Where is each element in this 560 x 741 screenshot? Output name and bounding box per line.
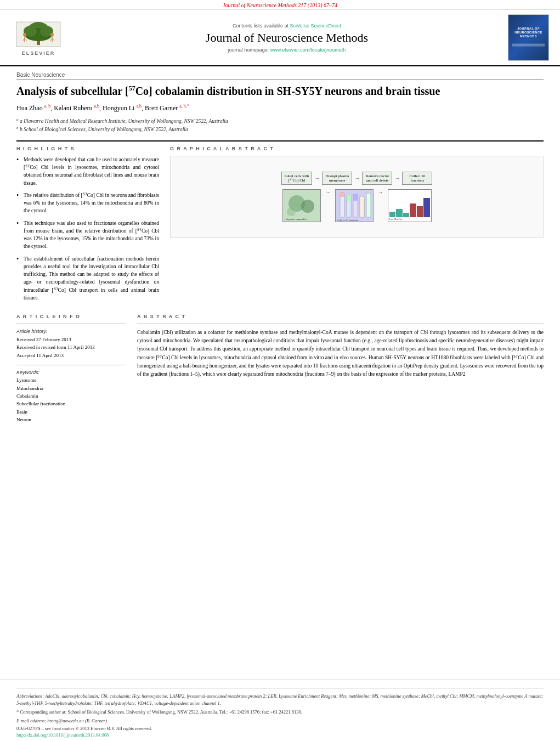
journal-homepage: journal homepage: www.elsevier.com/locat… <box>71 47 502 53</box>
keyword-2: Mitochondria <box>16 384 126 392</box>
ga-inner: Label cells with[⁵⁷Co] Cbl → Disrupt pla… <box>175 172 539 222</box>
ga-step-4: Collect 10fractions <box>402 172 432 185</box>
graphical-abstract-header: G R A P H I C A L A B S T R A C T <box>170 146 544 151</box>
highlights-abstract-section: H I G H L I G H T S Methods were develop… <box>16 146 544 306</box>
ga-bar-5 <box>417 206 423 217</box>
ga-microscopy-image: Separate organelles <box>282 189 321 222</box>
authors-line: Hua Zhao a, b, Kalani Ruberu a,b, Hongyu… <box>16 104 544 112</box>
elsevier-label: ELSEVIER <box>22 50 55 56</box>
keywords-section: Keywords: Lysosome Mitochondria Cobalami… <box>16 370 126 423</box>
ga-step-1: Label cells with[⁵⁷Co] Cbl <box>281 172 313 185</box>
svg-rect-24 <box>366 193 371 217</box>
revised-date: Received in revised form 11 April 2013 <box>16 343 126 351</box>
graphical-abstract-column: G R A P H I C A L A B S T R A C T Label … <box>170 146 544 306</box>
svg-point-10 <box>50 33 54 36</box>
keyword-3: Cobalamin <box>16 392 126 400</box>
main-content: Basic Neuroscience Analysis of subcellul… <box>0 66 560 680</box>
keyword-4: Subcellular fractionation <box>16 400 126 408</box>
journal-header: ELSEVIER Contents lists available at Sci… <box>0 10 560 66</box>
email-address: E-mail address: brettg@uow.edu.au (B. Ga… <box>16 718 544 723</box>
elsevier-logo: ELSEVIER <box>11 19 66 56</box>
ga-bar-4 <box>410 203 416 217</box>
svg-point-17 <box>287 207 296 216</box>
sciverse-link[interactable]: SciVerse ScienceDirect <box>290 23 342 29</box>
svg-point-6 <box>23 33 26 36</box>
received-date: Received 27 February 2013 <box>16 336 126 343</box>
page-footer: Abbreviations: AdoCbl, adenosylcobalamin… <box>0 680 560 741</box>
ga-arrow-1: → <box>314 175 320 181</box>
article-info-abstract-section: A R T I C L E I N F O Article history: R… <box>16 314 544 429</box>
corresponding-author: * Corresponding author at: School of Bio… <box>16 709 544 716</box>
svg-rect-27 <box>353 194 358 201</box>
keyword-5: Brain <box>16 408 126 416</box>
highlight-item-2: The relative distribution of [⁵⁷Co] Cbl … <box>16 191 159 215</box>
accepted-date: Accepted 11 April 2013 <box>16 352 126 359</box>
journal-cover-thumbnail: JOURNAL OFNEUROSCIENCEMETHODS <box>508 14 549 61</box>
highlight-item-4: The establishment of subcellular fractio… <box>16 255 159 302</box>
page: Journal of Neuroscience Methods 217 (201… <box>0 0 560 741</box>
abbreviations-text: Abbreviations: AdoCbl, adenosylcobalamin… <box>16 693 544 707</box>
ga-step-2: Disrupt plasmamembrane <box>322 172 352 185</box>
journal-homepage-link[interactable]: www.elsevier.com/locate/jneumeth <box>270 47 346 53</box>
abstract-column: A B S T R A C T Cobalamin (Cbl) utilizat… <box>137 314 544 429</box>
footer-top-divider <box>16 688 544 688</box>
ga-step-3: Remove nucleiand cell debris <box>362 172 392 185</box>
abstract-text: Cobalamin (Cbl) utilization as a cofacto… <box>137 329 544 378</box>
journal-title-block: Contents lists available at SciVerse Sci… <box>71 23 502 53</box>
elsevier-tree-icon <box>14 19 63 49</box>
ga-bars <box>389 195 430 217</box>
ga-arrow-2: → <box>354 175 360 181</box>
section-tag: Basic Neuroscience <box>16 72 544 80</box>
ga-arrow-5: → <box>378 189 383 195</box>
keyword-1: Lysosome <box>16 376 126 384</box>
abstract-header: A B S T R A C T <box>137 314 544 319</box>
ga-flow-bottom: Separate organelles → <box>175 189 539 222</box>
section-divider <box>16 140 544 142</box>
keyword-6: Neuron <box>16 416 126 423</box>
svg-point-16 <box>301 200 314 213</box>
article-info-divider <box>16 324 126 324</box>
article-info-header: A R T I C L E I N F O <box>16 314 126 319</box>
history-label: Article history: <box>16 329 126 334</box>
ga-bar-2 <box>396 209 403 217</box>
cover-title-text: JOURNAL OFNEUROSCIENCEMETHODS <box>514 27 542 38</box>
highlights-list: Methods were developed that can be used … <box>16 156 159 302</box>
highlight-item-1: Methods were developed that can be used … <box>16 156 159 187</box>
journal-reference: Journal of Neuroscience Methods 217 (201… <box>223 2 337 8</box>
svg-text:Separate organelles: Separate organelles <box>286 218 307 220</box>
keywords-label: Keywords: <box>16 370 126 375</box>
svg-text:Collect 10 fractions: Collect 10 fractions <box>337 219 358 222</box>
ga-arrow-4: → <box>325 189 331 195</box>
ga-arrow-3: → <box>394 175 400 181</box>
ga-bar-labels: Lys Mit Cyt <box>389 218 430 220</box>
doi-link[interactable]: http://dx.doi.org/10.1016/j.jneumeth.201… <box>16 732 544 738</box>
copyright-notice: 0165-0270/$ – see front matter © 2013 El… <box>16 726 544 731</box>
article-title: Analysis of subcellular [57Co] cobalamin… <box>16 84 544 98</box>
cover-decorative-lines <box>512 42 545 49</box>
affiliations: a a Illawarra Health and Medical Researc… <box>16 117 544 134</box>
sciverse-line: Contents lists available at SciVerse Sci… <box>71 23 502 29</box>
svg-rect-25 <box>340 193 344 197</box>
ga-bar-6 <box>423 198 430 217</box>
ga-tube-image: Collect 10 fractions <box>335 189 374 222</box>
svg-rect-23 <box>360 196 364 217</box>
highlights-column: H I G H L I G H T S Methods were develop… <box>16 146 159 306</box>
ga-bar-3 <box>403 213 410 217</box>
highlights-header: H I G H L I G H T S <box>16 146 159 151</box>
article-info-column: A R T I C L E I N F O Article history: R… <box>16 314 126 429</box>
journal-name: Journal of Neuroscience Methods <box>71 31 502 45</box>
graphical-abstract-image: Label cells with[⁵⁷Co] Cbl → Disrupt pla… <box>170 156 544 238</box>
keywords-divider <box>16 365 126 365</box>
abstract-divider <box>137 324 544 324</box>
highlight-item-3: This technique was also used to fraction… <box>16 219 159 251</box>
ga-flow-top: Label cells with[⁵⁷Co] Cbl → Disrupt pla… <box>281 172 433 185</box>
article-history: Article history: Received 27 February 20… <box>16 329 126 359</box>
ga-bar-1 <box>389 212 396 217</box>
journal-reference-bar: Journal of Neuroscience Methods 217 (201… <box>0 0 560 10</box>
svg-rect-26 <box>347 195 351 201</box>
ga-chart: Lys Mit Cyt <box>388 189 432 222</box>
